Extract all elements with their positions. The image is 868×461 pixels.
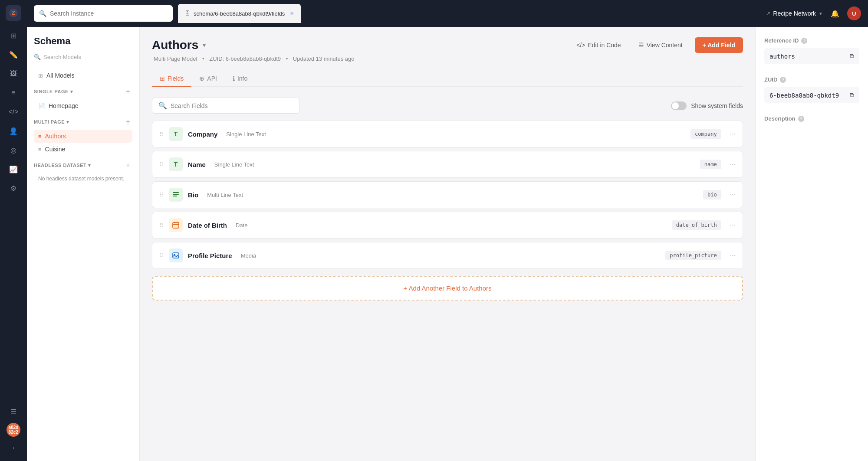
sidebar-item-authors[interactable]: ≡ Authors: [34, 130, 132, 143]
field-more-name[interactable]: ···: [730, 160, 736, 168]
nav-analytics-icon[interactable]: 📈: [6, 161, 21, 177]
drag-handle-company[interactable]: ⠿: [159, 131, 164, 137]
field-more-company[interactable]: ···: [730, 130, 736, 138]
description-label: Description ?: [764, 115, 859, 122]
field-type-icon-dob: [169, 218, 183, 232]
model-title: Authors ▾: [152, 38, 206, 52]
field-more-dob[interactable]: ···: [730, 221, 736, 229]
add-multi-page-btn[interactable]: +: [124, 118, 132, 126]
field-name-company: Company: [188, 131, 217, 138]
tab-fields[interactable]: ⊞ Fields: [152, 71, 191, 87]
reference-id-copy-btn[interactable]: ⧉: [850, 52, 854, 60]
reference-id-value-row: authors ⧉: [764, 48, 859, 64]
description-section: Description ?: [764, 115, 859, 122]
field-ref-company: company: [690, 129, 721, 139]
nav-content-icon[interactable]: ≡: [6, 85, 21, 101]
field-row-bio: ⠿ Bio Multi Line Text bio ···: [152, 181, 743, 208]
nav-target-icon[interactable]: ◎: [6, 142, 21, 158]
uuid-info-icon: ?: [780, 77, 786, 83]
drag-handle-dob[interactable]: ⠿: [159, 222, 164, 229]
svg-rect-8: [177, 222, 178, 223]
field-row-name: ⠿ T Name Single Line Text name ···: [152, 151, 743, 178]
reference-id-value: authors: [769, 53, 795, 60]
authors-label: Authors: [45, 133, 66, 140]
nav-users-icon[interactable]: 👤: [6, 123, 21, 139]
field-search-box[interactable]: 🔍: [152, 98, 299, 114]
api-tab-icon: ⊕: [199, 75, 204, 82]
topbar: 🔍 🗄 schema/6-beeb8a8ab8-qbkdt9/fields ✕ …: [27, 0, 868, 27]
field-more-bio[interactable]: ···: [730, 191, 736, 199]
nav-schema-icon[interactable]: ✏️: [6, 47, 21, 62]
field-type-dob: Date: [236, 222, 247, 229]
add-another-field-btn[interactable]: + Add Another Field to Authors: [152, 276, 743, 301]
model-subtitle: Multi Page Model • ZUID: 6-beeb8a8ab8-qb…: [152, 56, 743, 62]
headless-dataset-section-header: HEADLESS DATASET ▾ +: [34, 161, 132, 170]
tab-info[interactable]: ℹ Info: [225, 71, 255, 87]
field-ref-dob: date_of_birth: [672, 220, 721, 230]
subtitle-type: Multi Page Model: [154, 56, 197, 62]
add-field-button[interactable]: + Add Field: [695, 37, 743, 53]
svg-rect-2: [173, 192, 179, 193]
nav-media-icon[interactable]: 🖼: [6, 66, 21, 82]
uuid-value-row: 6-beeb8a8ab8-qbkdt9 ⧉: [764, 87, 859, 103]
edit-code-button[interactable]: </> Edit in Code: [571, 38, 626, 52]
field-name-dob: Date of Birth: [188, 222, 227, 229]
tab-info-label: Info: [237, 75, 247, 82]
drag-handle-bio[interactable]: ⠿: [159, 192, 164, 198]
system-fields-toggle[interactable]: [671, 101, 687, 110]
app-logo[interactable]: Z: [6, 5, 21, 21]
nav-code-icon[interactable]: </>: [6, 104, 21, 120]
sidebar-item-homepage[interactable]: 📄 Homepage: [34, 99, 132, 112]
nav-dashboard-icon[interactable]: ⊞: [6, 28, 21, 43]
sidebar-item-cuisine[interactable]: ≡ Cuisine: [34, 143, 132, 156]
recipe-network-dropdown-icon: ▼: [819, 11, 823, 16]
header-actions: </> Edit in Code ☰ View Content + Add Fi…: [571, 37, 743, 53]
sidebar-expand-icon[interactable]: ›: [6, 440, 21, 456]
field-more-profile[interactable]: ···: [730, 252, 736, 259]
multi-page-section-header: MULTI PAGE ▾ +: [34, 118, 132, 126]
view-content-button[interactable]: ☰ View Content: [633, 38, 688, 52]
single-page-section-label: SINGLE PAGE ▾: [34, 89, 73, 95]
search-box[interactable]: 🔍: [34, 5, 173, 22]
tab-api[interactable]: ⊕ API: [191, 71, 225, 87]
nav-settings-icon[interactable]: ⚙: [6, 180, 21, 196]
search-input[interactable]: [50, 10, 168, 17]
model-name: Authors: [152, 38, 198, 52]
active-tab[interactable]: 🗄 schema/6-beeb8a8ab8-qbkdt9/fields ✕: [178, 4, 301, 23]
description-info-icon: ?: [798, 116, 804, 122]
sidebar-item-all-models[interactable]: ⊞ All Models: [34, 69, 132, 82]
field-name-profile: Profile Picture: [188, 252, 232, 259]
icon-sidebar: Z ⊞ ✏️ 🖼 ≡ </> 👤 ◎ 📈 ⚙ ☰ a82d82c2 ›: [0, 0, 27, 461]
cuisine-icon: ≡: [38, 146, 42, 153]
schema-sidebar: Schema 🔍 Search Models ⊞ All Models SING…: [27, 27, 140, 461]
field-search-input[interactable]: [171, 102, 293, 109]
field-row-profile: ⠿ Profile Picture Media profile_picture …: [152, 242, 743, 269]
tab-label: schema/6-beeb8a8ab8-qbkdt9/fields: [194, 10, 285, 17]
recipe-network-btn[interactable]: ↗ Recipe Network ▼: [766, 10, 823, 17]
close-tab-icon[interactable]: ✕: [290, 11, 294, 16]
topbar-right: ↗ Recipe Network ▼ 🔔 U: [766, 7, 861, 20]
add-single-page-btn[interactable]: +: [124, 87, 132, 96]
drag-handle-profile[interactable]: ⠿: [159, 252, 164, 259]
uuid-copy-btn[interactable]: ⧉: [850, 92, 854, 99]
single-page-section-header: SINGLE PAGE ▾ +: [34, 87, 132, 96]
field-ref-profile: profile_picture: [665, 251, 721, 260]
headless-dataset-section-label: HEADLESS DATASET ▾: [34, 163, 91, 168]
notification-icon[interactable]: 🔔: [828, 7, 842, 20]
schema-title: Schema: [34, 36, 132, 47]
user-avatar[interactable]: U: [847, 7, 861, 20]
drag-handle-name[interactable]: ⠿: [159, 161, 164, 168]
model-tabs: ⊞ Fields ⊕ API ℹ Info: [152, 71, 743, 87]
homepage-label: Homepage: [49, 102, 79, 109]
field-row-company: ⠿ T Company Single Line Text company ···: [152, 121, 743, 147]
all-models-icon: ⊞: [38, 72, 43, 79]
nav-list-icon[interactable]: ☰: [6, 404, 21, 419]
single-page-dropdown-icon: ▾: [70, 89, 73, 95]
uuid-section: ZUID ? 6-beeb8a8ab8-qbkdt9 ⧉: [764, 76, 859, 103]
add-headless-btn[interactable]: +: [124, 161, 132, 170]
schema-search[interactable]: 🔍 Search Models: [34, 54, 132, 60]
model-dropdown-icon[interactable]: ▾: [203, 42, 206, 49]
multi-page-section-label: MULTI PAGE ▾: [34, 119, 69, 125]
subtitle-uuid: ZUID: 6-beeb8a8ab8-qbkdt9: [209, 56, 281, 62]
svg-rect-7: [174, 222, 175, 223]
